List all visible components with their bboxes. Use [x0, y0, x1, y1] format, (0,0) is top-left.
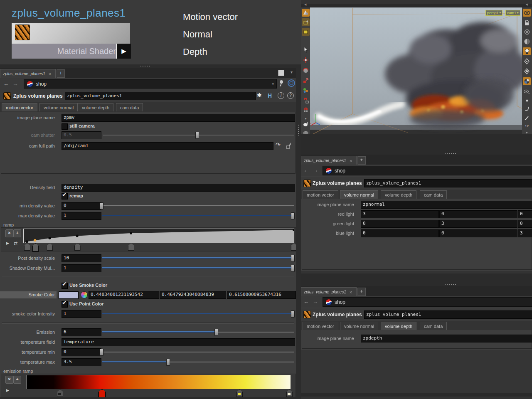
max-density-slider-handle[interactable]: [291, 212, 295, 219]
density-ramp-handle[interactable]: [24, 243, 30, 251]
new-tab-button[interactable]: +: [57, 69, 65, 78]
emission-ramp-handle[interactable]: [236, 389, 243, 397]
forward-arrow-icon[interactable]: →: [313, 298, 318, 305]
hide-other-objects-button[interactable]: [523, 67, 531, 75]
min-density-slider-handle[interactable]: [100, 202, 103, 209]
lighting-button[interactable]: [523, 47, 531, 55]
temperature-max-slider-handle[interactable]: [166, 359, 170, 366]
radial-menu-icon[interactable]: [288, 79, 295, 87]
bottom-splitter[interactable]: [301, 393, 532, 397]
houdini-icon[interactable]: H: [268, 92, 272, 99]
forward-arrow-icon[interactable]: →: [12, 80, 18, 87]
emission-ramp-add-button[interactable]: +: [13, 376, 21, 384]
shadow-density-field[interactable]: 1: [62, 264, 101, 272]
snap-magnet-button[interactable]: [302, 106, 310, 114]
cam-full-path-field[interactable]: /obj/cam1: [62, 142, 273, 150]
post-density-scale-slider[interactable]: [102, 257, 292, 259]
smoke-color-intensity-slider-handle[interactable]: [291, 310, 295, 318]
pane-tab[interactable]: zplus_volume_planes1 ×: [301, 287, 357, 296]
tab-motion-vector[interactable]: motion vector: [2, 103, 37, 111]
green-light-x-field[interactable]: 0: [361, 220, 439, 228]
min-density-slider[interactable]: [102, 205, 294, 206]
info-icon[interactable]: i: [278, 92, 284, 99]
pane-maximize-icon[interactable]: [278, 70, 284, 76]
help-icon[interactable]: ?: [287, 92, 294, 99]
emission-slider-handle[interactable]: [214, 329, 218, 336]
green-light-z-field[interactable]: 0: [518, 220, 532, 228]
scale-tool-button[interactable]: [302, 77, 310, 85]
path-dropdown-icon[interactable]: ▾: [272, 82, 274, 86]
snap-grid-button[interactable]: [302, 97, 310, 105]
red-light-x-field[interactable]: 3: [361, 210, 439, 218]
node-type-icon[interactable]: [3, 92, 11, 100]
show-display-options-button[interactable]: [523, 9, 531, 17]
tab-motion-vector[interactable]: motion vector: [303, 190, 338, 199]
persp-camera-label[interactable]: persp1 ▾: [485, 10, 502, 16]
density-field-input[interactable]: density: [62, 184, 295, 192]
close-icon[interactable]: ×: [350, 290, 352, 295]
smoke-color-swatch[interactable]: [59, 291, 79, 299]
shading-mode-button[interactable]: [523, 37, 531, 45]
pen-display-icon[interactable]: [523, 114, 531, 122]
emission-ramp-handle[interactable]: [286, 389, 293, 397]
back-arrow-icon[interactable]: ←: [303, 298, 309, 305]
image-plane-name-field[interactable]: zpdepth: [361, 335, 532, 342]
point-display-icon[interactable]: [523, 96, 531, 104]
cam-shutter-slider-handle[interactable]: [195, 132, 199, 139]
still-camera-checkbox[interactable]: [62, 123, 68, 130]
max-density-slider[interactable]: [102, 215, 292, 216]
temperature-min-slider-handle[interactable]: [100, 349, 103, 356]
new-tab-button[interactable]: +: [357, 288, 366, 296]
back-arrow-icon[interactable]: ←: [3, 80, 9, 87]
smoke-color-b-field[interactable]: 0.61500000953674316: [227, 291, 296, 299]
select-objects-tool-button[interactable]: [302, 28, 310, 36]
pane-tab[interactable]: zplus_volume_planes1 ×: [0, 69, 56, 78]
density-ramp-handle[interactable]: [47, 243, 53, 251]
density-ramp-handle[interactable]: [128, 243, 134, 251]
tab-volume-depth[interactable]: volume depth: [381, 190, 416, 199]
emission-ramp-gradient[interactable]: [27, 375, 291, 389]
view-select-mode-icon[interactable]: [523, 87, 531, 95]
node-name-field[interactable]: zplus_volume_planes1: [364, 310, 532, 319]
smoke-color-r-field[interactable]: 0.44034001231193542: [89, 291, 159, 299]
emission-ramp-expand-icon[interactable]: ▶: [6, 388, 9, 392]
tab-volume-depth[interactable]: volume depth: [381, 322, 416, 330]
viewport-canvas[interactable]: x z: [310, 7, 522, 134]
ramp-expand-icon[interactable]: ▶: [6, 241, 9, 245]
density-ramp-handle[interactable]: [32, 243, 39, 252]
cam-shutter-field[interactable]: 0.5: [62, 131, 101, 139]
pin-icon[interactable]: [278, 79, 285, 87]
smoke-color-intensity-slider[interactable]: [102, 313, 292, 314]
tab-volume-normal[interactable]: volume normal: [340, 322, 378, 330]
scroll-left-icon[interactable]: ◀: [304, 3, 306, 6]
splitter-handle[interactable]: [445, 153, 456, 154]
blue-light-x-field[interactable]: 0: [361, 229, 439, 237]
pane-tab[interactable]: zplus_volume_planes1 ×: [301, 156, 357, 165]
smoke-color-intensity-field[interactable]: 1: [62, 310, 101, 318]
blue-light-y-field[interactable]: 0: [439, 229, 517, 237]
jump-to-operator-icon[interactable]: ↷: [276, 141, 281, 148]
temperature-max-field[interactable]: 3.5: [62, 358, 101, 366]
tab-volume-normal[interactable]: volume normal: [340, 190, 378, 199]
remap-checkbox[interactable]: ✔: [62, 193, 68, 200]
density-ramp-curve[interactable]: [23, 229, 294, 243]
node-type-icon[interactable]: [303, 180, 311, 187]
ramp-add-button[interactable]: +: [13, 229, 21, 237]
ramp-point[interactable]: [130, 232, 132, 234]
blue-light-z-field[interactable]: 3: [518, 229, 532, 237]
material-expand-button[interactable]: ▶: [116, 44, 131, 59]
rotate-tool-button[interactable]: [302, 66, 310, 74]
tab-cam-data[interactable]: cam data: [116, 103, 143, 111]
pane-menu-icon[interactable]: ▾: [291, 70, 293, 74]
red-light-z-field[interactable]: 0: [518, 210, 532, 218]
emission-ramp-handle[interactable]: [98, 389, 106, 398]
emission-ramp-delete-button[interactable]: ×: [5, 376, 13, 384]
ghost-objects-button[interactable]: [523, 57, 531, 65]
no-camera-icon[interactable]: [523, 28, 531, 36]
shadow-density-slider-handle[interactable]: [291, 265, 295, 272]
splitter-handle[interactable]: [140, 66, 151, 66]
display-objects-button[interactable]: [523, 77, 531, 85]
emission-ramp-handles[interactable]: [27, 389, 293, 397]
select-geometry-tool-button[interactable]: [302, 18, 310, 26]
density-ramp-handle[interactable]: [74, 243, 81, 251]
